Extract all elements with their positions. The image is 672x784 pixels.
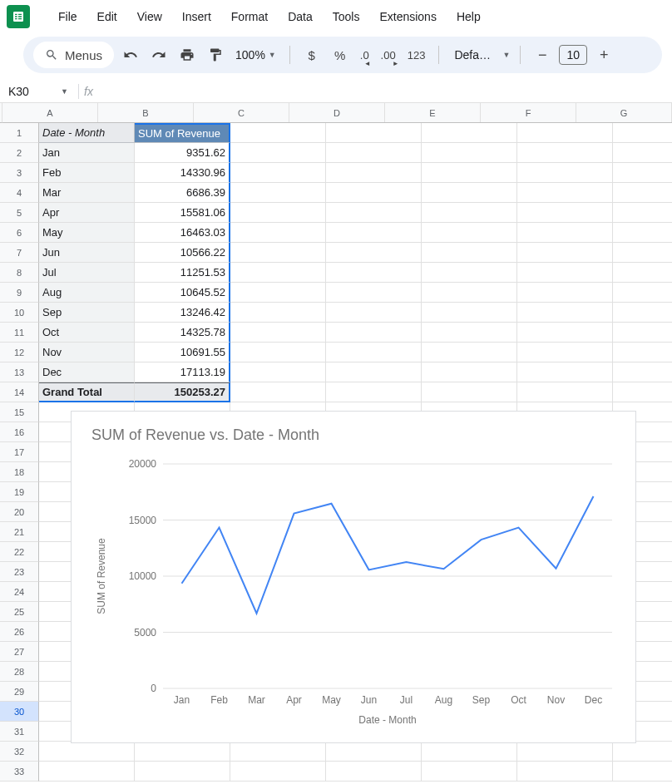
cell[interactable] bbox=[613, 323, 672, 343]
pivot-value-cell[interactable]: 17113.19 bbox=[135, 362, 230, 382]
cell[interactable] bbox=[613, 362, 672, 382]
row-header-3[interactable]: 3 bbox=[0, 163, 39, 183]
cell[interactable] bbox=[517, 343, 613, 362]
cell[interactable] bbox=[517, 143, 613, 163]
cell[interactable] bbox=[422, 123, 517, 143]
pivot-value-cell[interactable]: 10645.52 bbox=[135, 283, 230, 303]
menu-help[interactable]: Help bbox=[447, 5, 491, 28]
sheets-logo[interactable] bbox=[7, 5, 30, 28]
row-header-8[interactable]: 8 bbox=[0, 263, 39, 283]
cell[interactable] bbox=[517, 263, 613, 283]
spreadsheet-grid[interactable]: ABCDEFG 12345678910111213141516171819202… bbox=[0, 103, 672, 782]
cell[interactable] bbox=[135, 762, 230, 782]
pivot-value-cell[interactable]: 14325.78 bbox=[135, 323, 230, 343]
formula-input[interactable] bbox=[98, 80, 669, 102]
column-header-D[interactable]: D bbox=[289, 103, 385, 122]
cell[interactable] bbox=[230, 143, 326, 163]
cell[interactable] bbox=[230, 382, 326, 402]
cell[interactable] bbox=[326, 223, 422, 243]
cell[interactable] bbox=[230, 123, 326, 143]
row-header-21[interactable]: 21 bbox=[0, 522, 39, 542]
menu-edit[interactable]: Edit bbox=[87, 5, 127, 28]
cell[interactable] bbox=[326, 382, 422, 402]
menu-search[interactable]: Menus bbox=[33, 42, 114, 68]
pivot-month-cell[interactable]: Jan bbox=[39, 143, 135, 163]
cell[interactable] bbox=[517, 163, 613, 183]
cell[interactable] bbox=[422, 183, 517, 203]
cell[interactable] bbox=[326, 183, 422, 203]
row-header-32[interactable]: 32 bbox=[0, 742, 39, 762]
cell[interactable] bbox=[39, 742, 135, 762]
pivot-month-cell[interactable]: Sep bbox=[39, 303, 135, 323]
cell[interactable] bbox=[326, 203, 422, 223]
pivot-grand-total-value[interactable]: 150253.27 bbox=[135, 382, 230, 402]
cell[interactable] bbox=[230, 742, 326, 762]
row-header-6[interactable]: 6 bbox=[0, 223, 39, 243]
row-header-7[interactable]: 7 bbox=[0, 243, 39, 263]
pivot-value-cell[interactable]: 14330.96 bbox=[135, 163, 230, 183]
cell[interactable] bbox=[517, 323, 613, 343]
row-header-31[interactable]: 31 bbox=[0, 722, 39, 742]
cell[interactable] bbox=[135, 742, 230, 762]
pivot-grand-total-label[interactable]: Grand Total bbox=[39, 382, 135, 402]
column-header-A[interactable]: A bbox=[2, 103, 98, 122]
cell[interactable] bbox=[613, 303, 672, 323]
cell[interactable] bbox=[422, 303, 517, 323]
menu-data[interactable]: Data bbox=[278, 5, 323, 28]
pivot-month-cell[interactable]: Aug bbox=[39, 283, 135, 303]
pivot-month-cell[interactable]: Dec bbox=[39, 362, 135, 382]
pivot-header-revenue[interactable]: SUM of Revenue bbox=[135, 123, 230, 143]
row-header-11[interactable]: 11 bbox=[0, 323, 39, 343]
pivot-month-cell[interactable]: May bbox=[39, 223, 135, 243]
row-header-29[interactable]: 29 bbox=[0, 682, 39, 702]
cell[interactable] bbox=[230, 243, 326, 263]
column-header-F[interactable]: F bbox=[481, 103, 576, 122]
cell[interactable] bbox=[422, 323, 517, 343]
pivot-value-cell[interactable]: 16463.03 bbox=[135, 223, 230, 243]
row-header-9[interactable]: 9 bbox=[0, 283, 39, 303]
currency-button[interactable]: $ bbox=[300, 43, 324, 67]
row-header-1[interactable]: 1 bbox=[0, 123, 39, 143]
paint-format-button[interactable] bbox=[204, 43, 227, 67]
cell[interactable] bbox=[517, 243, 613, 263]
row-header-25[interactable]: 25 bbox=[0, 602, 39, 622]
cell[interactable] bbox=[422, 143, 517, 163]
cell[interactable] bbox=[326, 123, 422, 143]
cell[interactable] bbox=[326, 323, 422, 343]
cell[interactable] bbox=[230, 283, 326, 303]
pivot-value-cell[interactable]: 13246.42 bbox=[135, 303, 230, 323]
row-header-27[interactable]: 27 bbox=[0, 642, 39, 662]
pivot-month-cell[interactable]: Oct bbox=[39, 323, 135, 343]
row-header-23[interactable]: 23 bbox=[0, 562, 39, 582]
decrease-font-button[interactable]: − bbox=[531, 43, 554, 67]
cell[interactable] bbox=[326, 303, 422, 323]
row-header-20[interactable]: 20 bbox=[0, 502, 39, 522]
row-header-2[interactable]: 2 bbox=[0, 143, 39, 163]
cell[interactable] bbox=[613, 343, 672, 362]
cell[interactable] bbox=[326, 283, 422, 303]
cell[interactable] bbox=[326, 762, 422, 782]
cell[interactable] bbox=[230, 223, 326, 243]
cell[interactable] bbox=[422, 243, 517, 263]
cell[interactable] bbox=[230, 203, 326, 223]
print-button[interactable] bbox=[175, 43, 199, 67]
row-header-19[interactable]: 19 bbox=[0, 482, 39, 502]
cell[interactable] bbox=[517, 362, 613, 382]
cell[interactable] bbox=[613, 382, 672, 402]
cell[interactable] bbox=[422, 223, 517, 243]
pivot-value-cell[interactable]: 15581.06 bbox=[135, 203, 230, 223]
cell[interactable] bbox=[613, 143, 672, 163]
cell[interactable] bbox=[517, 303, 613, 323]
cell[interactable] bbox=[613, 742, 672, 762]
cell[interactable] bbox=[422, 362, 517, 382]
cell[interactable] bbox=[230, 762, 326, 782]
row-header-33[interactable]: 33 bbox=[0, 762, 39, 782]
cell[interactable] bbox=[422, 343, 517, 362]
cell[interactable] bbox=[230, 303, 326, 323]
pivot-month-cell[interactable]: Mar bbox=[39, 183, 135, 203]
row-header-10[interactable]: 10 bbox=[0, 303, 39, 323]
column-header-E[interactable]: E bbox=[385, 103, 481, 122]
menu-insert[interactable]: Insert bbox=[172, 5, 221, 28]
cell[interactable] bbox=[326, 243, 422, 263]
cell[interactable] bbox=[613, 243, 672, 263]
